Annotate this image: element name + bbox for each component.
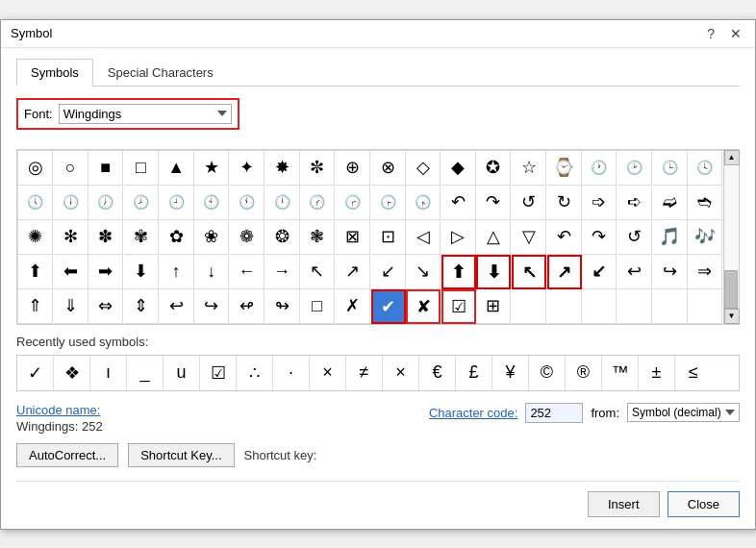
symbol-cell[interactable] xyxy=(512,289,546,324)
symbol-cell[interactable]: ✺ xyxy=(18,220,53,255)
symbol-cell[interactable]: ⊞ xyxy=(476,289,511,324)
symbol-cell[interactable]: ↶ xyxy=(547,220,582,255)
symbol-cell[interactable]: ⇒ xyxy=(688,255,722,289)
symbol-cell[interactable]: ↗ xyxy=(336,255,370,289)
symbol-cell[interactable]: ✿ xyxy=(160,220,194,255)
symbol-cell[interactable]: ▲ xyxy=(160,151,194,186)
symbol-cell[interactable]: ⇔ xyxy=(88,289,123,324)
symbol-cell[interactable]: ↖ xyxy=(300,255,335,289)
charcode-input[interactable] xyxy=(525,403,583,423)
symbol-cell[interactable]: 🕚 xyxy=(230,186,265,220)
symbol-cell[interactable]: ○ xyxy=(54,151,88,186)
symbol-cell[interactable]: 🕐 xyxy=(582,151,617,186)
symbol-cell[interactable]: ☆ xyxy=(512,151,546,186)
symbol-cell[interactable]: ◁ xyxy=(406,220,441,255)
symbol-cell[interactable]: ⬅ xyxy=(54,255,88,289)
recent-cell[interactable]: ı xyxy=(90,356,127,390)
symbol-cell[interactable]: ↑ xyxy=(160,255,194,289)
symbol-cell[interactable]: ✪ xyxy=(476,151,511,186)
symbol-cell[interactable]: ↪ xyxy=(194,289,229,324)
symbol-cell-selected[interactable]: ✔ xyxy=(371,289,406,324)
charcode-label[interactable]: Character code: xyxy=(429,406,518,420)
symbol-cell[interactable]: ✾ xyxy=(124,220,159,255)
symbol-cell[interactable]: ↩ xyxy=(160,289,194,324)
symbol-cell[interactable]: ↺ xyxy=(512,186,546,220)
symbol-cell[interactable]: □ xyxy=(300,289,335,324)
symbol-cell[interactable]: ↗ xyxy=(547,255,582,289)
symbol-cell[interactable]: ↘ xyxy=(406,255,441,289)
autocorrect-button[interactable]: AutoCorrect... xyxy=(16,443,118,467)
symbol-cell[interactable]: ➪ xyxy=(617,186,652,220)
symbol-cell[interactable]: ◆ xyxy=(441,151,476,186)
symbol-cell[interactable]: ↬ xyxy=(265,289,300,324)
symbol-cell[interactable]: ↶ xyxy=(441,186,476,220)
symbol-cell[interactable]: ↩ xyxy=(617,255,652,289)
symbol-cell[interactable]: 🕒 xyxy=(653,151,688,186)
close-button[interactable]: Close xyxy=(668,491,740,517)
recent-cell[interactable]: ≤ xyxy=(675,356,712,390)
symbol-cell[interactable]: ❃ xyxy=(300,220,335,255)
symbol-cell[interactable]: ⌚ xyxy=(547,151,582,186)
symbol-cell[interactable]: ➬ xyxy=(688,186,722,220)
symbol-cell[interactable]: ⇕ xyxy=(124,289,159,324)
symbol-cell[interactable]: ↷ xyxy=(582,220,617,255)
symbol-cell[interactable]: ❁ xyxy=(230,220,265,255)
symbol-cell[interactable]: ▽ xyxy=(512,220,546,255)
symbol-cell-outlined2[interactable]: ☑ xyxy=(441,289,476,324)
scroll-up-button[interactable]: ▲ xyxy=(724,150,740,165)
symbol-cell[interactable]: 🕕 xyxy=(54,186,88,220)
symbol-cell[interactable]: ↫ xyxy=(230,289,265,324)
symbol-cell[interactable]: ⊠ xyxy=(336,220,370,255)
font-select[interactable]: Wingdings Arial Times New Roman Symbol W… xyxy=(59,104,232,124)
symbol-cell[interactable]: ⊗ xyxy=(371,151,406,186)
symbol-cell[interactable]: ↙ xyxy=(371,255,406,289)
symbol-cell[interactable]: 🕘 xyxy=(160,186,194,220)
symbol-cell[interactable]: 🕓 xyxy=(688,151,722,186)
from-select[interactable]: Symbol (decimal) Unicode (hex) ASCII (de… xyxy=(627,403,740,422)
symbol-cell[interactable]: ← xyxy=(230,255,265,289)
recent-cell[interactable]: ± xyxy=(639,356,675,390)
recent-cell[interactable]: £ xyxy=(456,356,492,390)
recent-cell[interactable]: _ xyxy=(127,356,164,390)
symbol-cell[interactable]: 🕖 xyxy=(88,186,123,220)
symbol-cell[interactable]: ✸ xyxy=(265,151,300,186)
symbol-cell[interactable]: ↙ xyxy=(582,255,617,289)
symbol-cell-outlined[interactable]: ✘ xyxy=(406,289,441,324)
symbol-cell[interactable]: ❀ xyxy=(194,220,229,255)
symbol-cell[interactable]: ⬆ xyxy=(18,255,53,289)
recent-cell[interactable]: ≠ xyxy=(346,356,383,390)
symbol-cell[interactable]: ⬇ xyxy=(476,255,511,289)
symbol-cell[interactable]: 🕔 xyxy=(18,186,53,220)
symbol-cell[interactable]: 🕜 xyxy=(300,186,335,220)
recent-cell[interactable]: ✓ xyxy=(17,356,54,390)
symbol-cell[interactable]: ✗ xyxy=(336,289,370,324)
symbol-cell[interactable]: ↷ xyxy=(476,186,511,220)
close-x-button[interactable]: ✕ xyxy=(726,26,745,41)
recent-cell[interactable]: × xyxy=(383,356,419,390)
symbol-cell[interactable]: 🕗 xyxy=(124,186,159,220)
symbol-cell[interactable] xyxy=(653,289,688,324)
recent-cell[interactable]: € xyxy=(419,356,456,390)
help-button[interactable]: ? xyxy=(703,26,718,41)
symbol-cell[interactable] xyxy=(688,289,722,324)
symbol-cell[interactable]: ✽ xyxy=(88,220,123,255)
symbol-cell[interactable]: ✻ xyxy=(54,220,88,255)
scroll-track[interactable] xyxy=(724,165,739,309)
symbol-cell[interactable]: ▷ xyxy=(441,220,476,255)
symbol-cell[interactable]: ⊡ xyxy=(371,220,406,255)
recent-cell[interactable]: ¥ xyxy=(492,356,529,390)
insert-button[interactable]: Insert xyxy=(588,491,660,517)
tab-symbols[interactable]: Symbols xyxy=(16,59,93,87)
recent-cell[interactable]: ∴ xyxy=(237,356,273,390)
symbol-cell[interactable] xyxy=(582,289,617,324)
symbol-cell[interactable]: ◎ xyxy=(18,151,53,186)
symbol-cell[interactable]: ↓ xyxy=(194,255,229,289)
symbol-cell[interactable]: ⬇ xyxy=(124,255,159,289)
symbol-cell[interactable]: ❂ xyxy=(265,220,300,255)
recent-cell[interactable]: © xyxy=(529,356,566,390)
recent-cell[interactable]: · xyxy=(273,356,310,390)
symbol-cell[interactable]: ✦ xyxy=(230,151,265,186)
symbol-cell[interactable]: 🎵 xyxy=(653,220,688,255)
recent-cell[interactable]: ® xyxy=(566,356,602,390)
symbol-cell[interactable]: ⬆ xyxy=(441,255,476,289)
